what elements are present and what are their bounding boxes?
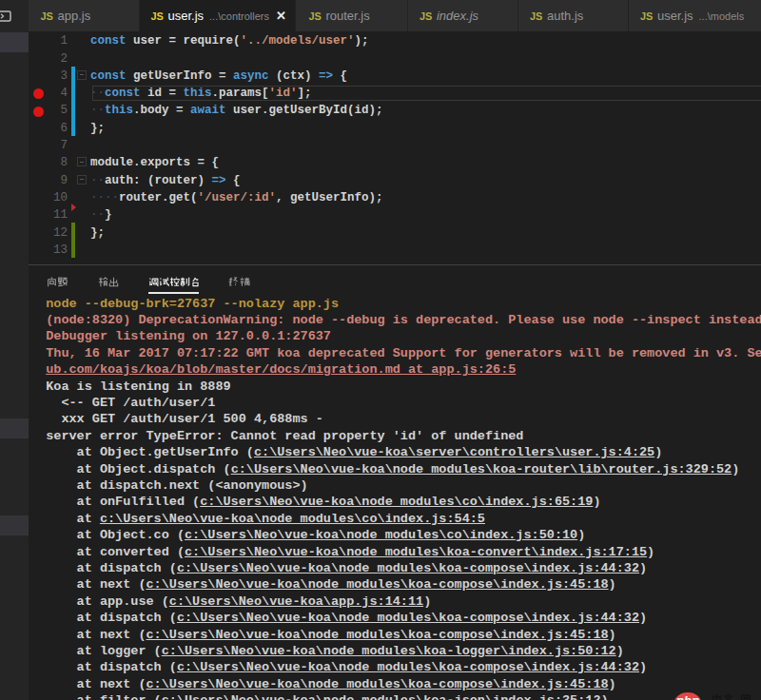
svg-text:php: php — [675, 693, 700, 700]
